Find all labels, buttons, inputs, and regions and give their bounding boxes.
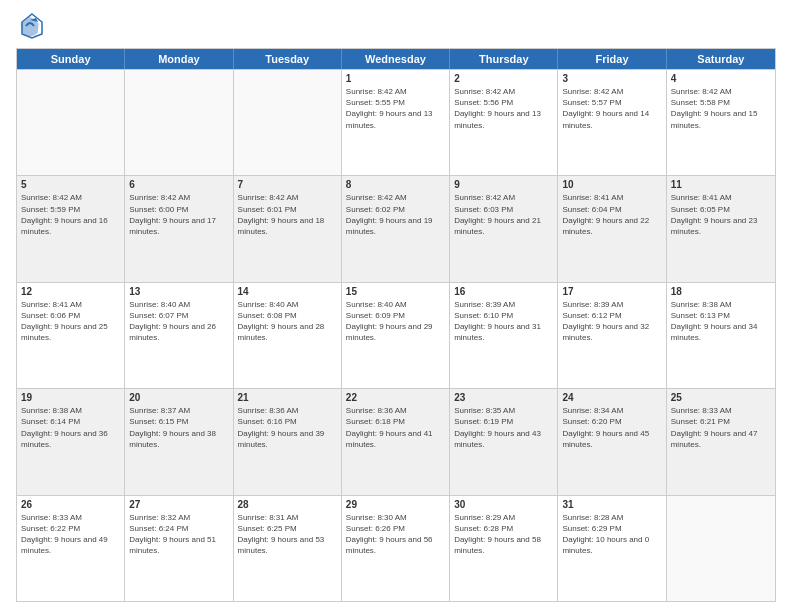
logo-icon <box>16 12 44 40</box>
day-info: Sunrise: 8:31 AM Sunset: 6:25 PM Dayligh… <box>238 512 337 557</box>
calendar-row-0: 1Sunrise: 8:42 AM Sunset: 5:55 PM Daylig… <box>17 69 775 175</box>
day-number: 15 <box>346 286 445 297</box>
calendar-cell-r1c5: 10Sunrise: 8:41 AM Sunset: 6:04 PM Dayli… <box>558 176 666 281</box>
logo <box>16 12 48 40</box>
calendar-cell-r1c2: 7Sunrise: 8:42 AM Sunset: 6:01 PM Daylig… <box>234 176 342 281</box>
day-info: Sunrise: 8:33 AM Sunset: 6:21 PM Dayligh… <box>671 405 771 450</box>
day-number: 26 <box>21 499 120 510</box>
day-info: Sunrise: 8:42 AM Sunset: 5:58 PM Dayligh… <box>671 86 771 131</box>
day-number: 6 <box>129 179 228 190</box>
day-info: Sunrise: 8:30 AM Sunset: 6:26 PM Dayligh… <box>346 512 445 557</box>
calendar-cell-r0c1 <box>125 70 233 175</box>
day-info: Sunrise: 8:36 AM Sunset: 6:16 PM Dayligh… <box>238 405 337 450</box>
calendar-cell-r0c0 <box>17 70 125 175</box>
day-number: 1 <box>346 73 445 84</box>
calendar-cell-r4c2: 28Sunrise: 8:31 AM Sunset: 6:25 PM Dayli… <box>234 496 342 601</box>
day-info: Sunrise: 8:34 AM Sunset: 6:20 PM Dayligh… <box>562 405 661 450</box>
calendar-cell-r1c3: 8Sunrise: 8:42 AM Sunset: 6:02 PM Daylig… <box>342 176 450 281</box>
day-number: 22 <box>346 392 445 403</box>
day-number: 4 <box>671 73 771 84</box>
day-number: 21 <box>238 392 337 403</box>
calendar-cell-r3c1: 20Sunrise: 8:37 AM Sunset: 6:15 PM Dayli… <box>125 389 233 494</box>
calendar-cell-r1c1: 6Sunrise: 8:42 AM Sunset: 6:00 PM Daylig… <box>125 176 233 281</box>
day-info: Sunrise: 8:37 AM Sunset: 6:15 PM Dayligh… <box>129 405 228 450</box>
calendar-row-4: 26Sunrise: 8:33 AM Sunset: 6:22 PM Dayli… <box>17 495 775 601</box>
day-number: 3 <box>562 73 661 84</box>
calendar-cell-r3c3: 22Sunrise: 8:36 AM Sunset: 6:18 PM Dayli… <box>342 389 450 494</box>
header-cell-sunday: Sunday <box>17 49 125 69</box>
calendar-cell-r0c6: 4Sunrise: 8:42 AM Sunset: 5:58 PM Daylig… <box>667 70 775 175</box>
header-cell-monday: Monday <box>125 49 233 69</box>
day-info: Sunrise: 8:40 AM Sunset: 6:09 PM Dayligh… <box>346 299 445 344</box>
day-info: Sunrise: 8:38 AM Sunset: 6:14 PM Dayligh… <box>21 405 120 450</box>
day-number: 2 <box>454 73 553 84</box>
day-info: Sunrise: 8:28 AM Sunset: 6:29 PM Dayligh… <box>562 512 661 557</box>
calendar-body: 1Sunrise: 8:42 AM Sunset: 5:55 PM Daylig… <box>17 69 775 601</box>
calendar-row-1: 5Sunrise: 8:42 AM Sunset: 5:59 PM Daylig… <box>17 175 775 281</box>
day-info: Sunrise: 8:42 AM Sunset: 6:03 PM Dayligh… <box>454 192 553 237</box>
day-number: 31 <box>562 499 661 510</box>
day-number: 12 <box>21 286 120 297</box>
day-number: 16 <box>454 286 553 297</box>
day-info: Sunrise: 8:35 AM Sunset: 6:19 PM Dayligh… <box>454 405 553 450</box>
day-number: 9 <box>454 179 553 190</box>
day-number: 18 <box>671 286 771 297</box>
day-number: 5 <box>21 179 120 190</box>
day-number: 19 <box>21 392 120 403</box>
day-info: Sunrise: 8:41 AM Sunset: 6:06 PM Dayligh… <box>21 299 120 344</box>
header <box>16 12 776 40</box>
calendar: SundayMondayTuesdayWednesdayThursdayFrid… <box>16 48 776 602</box>
calendar-cell-r2c1: 13Sunrise: 8:40 AM Sunset: 6:07 PM Dayli… <box>125 283 233 388</box>
day-number: 14 <box>238 286 337 297</box>
calendar-cell-r4c4: 30Sunrise: 8:29 AM Sunset: 6:28 PM Dayli… <box>450 496 558 601</box>
day-info: Sunrise: 8:42 AM Sunset: 5:57 PM Dayligh… <box>562 86 661 131</box>
day-info: Sunrise: 8:42 AM Sunset: 6:01 PM Dayligh… <box>238 192 337 237</box>
calendar-cell-r4c5: 31Sunrise: 8:28 AM Sunset: 6:29 PM Dayli… <box>558 496 666 601</box>
calendar-row-2: 12Sunrise: 8:41 AM Sunset: 6:06 PM Dayli… <box>17 282 775 388</box>
calendar-header: SundayMondayTuesdayWednesdayThursdayFrid… <box>17 49 775 69</box>
calendar-cell-r2c3: 15Sunrise: 8:40 AM Sunset: 6:09 PM Dayli… <box>342 283 450 388</box>
day-info: Sunrise: 8:36 AM Sunset: 6:18 PM Dayligh… <box>346 405 445 450</box>
header-cell-wednesday: Wednesday <box>342 49 450 69</box>
day-info: Sunrise: 8:42 AM Sunset: 6:00 PM Dayligh… <box>129 192 228 237</box>
header-cell-tuesday: Tuesday <box>234 49 342 69</box>
day-number: 17 <box>562 286 661 297</box>
day-info: Sunrise: 8:33 AM Sunset: 6:22 PM Dayligh… <box>21 512 120 557</box>
calendar-cell-r0c3: 1Sunrise: 8:42 AM Sunset: 5:55 PM Daylig… <box>342 70 450 175</box>
calendar-cell-r4c6 <box>667 496 775 601</box>
calendar-cell-r1c6: 11Sunrise: 8:41 AM Sunset: 6:05 PM Dayli… <box>667 176 775 281</box>
calendar-cell-r0c4: 2Sunrise: 8:42 AM Sunset: 5:56 PM Daylig… <box>450 70 558 175</box>
day-info: Sunrise: 8:42 AM Sunset: 5:59 PM Dayligh… <box>21 192 120 237</box>
day-info: Sunrise: 8:42 AM Sunset: 5:55 PM Dayligh… <box>346 86 445 131</box>
day-info: Sunrise: 8:32 AM Sunset: 6:24 PM Dayligh… <box>129 512 228 557</box>
calendar-cell-r4c0: 26Sunrise: 8:33 AM Sunset: 6:22 PM Dayli… <box>17 496 125 601</box>
header-cell-thursday: Thursday <box>450 49 558 69</box>
calendar-cell-r3c0: 19Sunrise: 8:38 AM Sunset: 6:14 PM Dayli… <box>17 389 125 494</box>
day-number: 7 <box>238 179 337 190</box>
calendar-cell-r2c2: 14Sunrise: 8:40 AM Sunset: 6:08 PM Dayli… <box>234 283 342 388</box>
calendar-cell-r3c2: 21Sunrise: 8:36 AM Sunset: 6:16 PM Dayli… <box>234 389 342 494</box>
day-number: 23 <box>454 392 553 403</box>
header-cell-saturday: Saturday <box>667 49 775 69</box>
calendar-cell-r4c1: 27Sunrise: 8:32 AM Sunset: 6:24 PM Dayli… <box>125 496 233 601</box>
calendar-cell-r4c3: 29Sunrise: 8:30 AM Sunset: 6:26 PM Dayli… <box>342 496 450 601</box>
calendar-cell-r2c0: 12Sunrise: 8:41 AM Sunset: 6:06 PM Dayli… <box>17 283 125 388</box>
page: SundayMondayTuesdayWednesdayThursdayFrid… <box>0 0 792 612</box>
calendar-cell-r3c4: 23Sunrise: 8:35 AM Sunset: 6:19 PM Dayli… <box>450 389 558 494</box>
day-info: Sunrise: 8:42 AM Sunset: 5:56 PM Dayligh… <box>454 86 553 131</box>
day-info: Sunrise: 8:29 AM Sunset: 6:28 PM Dayligh… <box>454 512 553 557</box>
calendar-cell-r0c5: 3Sunrise: 8:42 AM Sunset: 5:57 PM Daylig… <box>558 70 666 175</box>
calendar-cell-r3c5: 24Sunrise: 8:34 AM Sunset: 6:20 PM Dayli… <box>558 389 666 494</box>
day-info: Sunrise: 8:39 AM Sunset: 6:12 PM Dayligh… <box>562 299 661 344</box>
day-number: 30 <box>454 499 553 510</box>
calendar-cell-r1c0: 5Sunrise: 8:42 AM Sunset: 5:59 PM Daylig… <box>17 176 125 281</box>
day-info: Sunrise: 8:41 AM Sunset: 6:05 PM Dayligh… <box>671 192 771 237</box>
header-cell-friday: Friday <box>558 49 666 69</box>
day-number: 28 <box>238 499 337 510</box>
calendar-cell-r1c4: 9Sunrise: 8:42 AM Sunset: 6:03 PM Daylig… <box>450 176 558 281</box>
calendar-cell-r2c6: 18Sunrise: 8:38 AM Sunset: 6:13 PM Dayli… <box>667 283 775 388</box>
day-info: Sunrise: 8:39 AM Sunset: 6:10 PM Dayligh… <box>454 299 553 344</box>
day-number: 10 <box>562 179 661 190</box>
calendar-cell-r0c2 <box>234 70 342 175</box>
day-number: 11 <box>671 179 771 190</box>
